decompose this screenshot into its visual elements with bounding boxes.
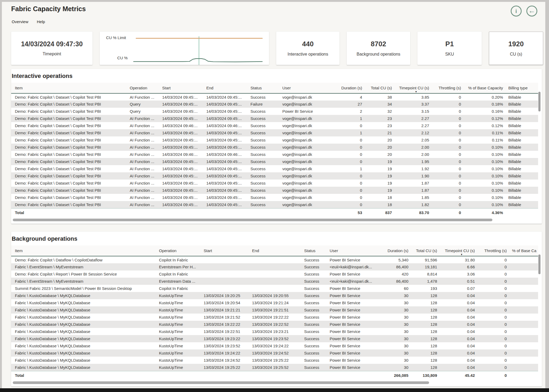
column-header-item[interactable]: Item (11, 83, 128, 93)
table-row[interactable]: Demo: Fabric Copilot \ Dataset \ Copilot… (11, 122, 538, 129)
cell-duration-s: 30 (383, 299, 412, 306)
sort-descending-icon: ▼ (415, 90, 417, 93)
table-row[interactable]: Demo: Fabric Copilot \ Dataset \ Copilot… (11, 187, 538, 194)
table-row[interactable]: Fabric \ KustoDatabase \ MyKQLDatabaseKu… (11, 328, 538, 335)
table-row[interactable]: Demo: Fabric Copilot \ Dataset \ Copilot… (11, 180, 538, 187)
cell-throttling-s: 0 (433, 93, 465, 101)
vertical-scrollbar[interactable] (538, 92, 540, 111)
cell-duration-s: 0 (337, 187, 366, 194)
table-row[interactable]: Demo: Fabric Copilot \ Dataset \ Copilot… (11, 144, 538, 151)
column-header-duration-s[interactable]: Duration (s) (337, 83, 366, 93)
table-row[interactable]: Fabric \ EventStream \ MyEventstreamEven… (11, 263, 538, 270)
table-row[interactable]: Fabric \ KustoDatabase \ MyKQLDatabaseKu… (11, 292, 538, 299)
cell-end: 13/03/2024 19:23:21 (250, 328, 303, 335)
table-row[interactable]: Demo: Fabric Copilot \ Dataset \ Copilot… (11, 158, 538, 165)
table-row[interactable]: Fabric \ KustoDatabase \ MyKQLDatabaseKu… (11, 299, 538, 306)
column-header-user[interactable]: User (328, 245, 383, 256)
table-row[interactable]: Demo: Fabric Copilot \ Report \ Power BI… (11, 270, 538, 278)
cell-start: 13/03/2024 19:21:21 (202, 306, 250, 314)
info-icon[interactable]: i (511, 6, 522, 16)
cu-utilization-chart[interactable]: CU % Limit CU % (100, 32, 269, 65)
horizontal-scrollbar[interactable] (13, 381, 429, 384)
cell-timepoint-cu-s: 2.00 (396, 144, 433, 151)
column-header-total-cu-s[interactable]: Total CU (s) (366, 83, 396, 93)
cell-status: Success (249, 172, 281, 180)
back-icon[interactable]: ← (526, 6, 537, 16)
cell-operation: AI Function ... (128, 172, 161, 180)
column-header-billing-type[interactable]: Billing type (507, 83, 538, 93)
table-row[interactable]: Demo: Fabric Copilot \ Dataset \ Copilot… (11, 108, 538, 115)
table-row[interactable]: Fabric \ KustoDatabase \ MyKQLDatabaseKu… (11, 306, 538, 314)
cell-timepoint-cu-s: 0.51 (441, 278, 479, 285)
stat-label: SKU (445, 52, 454, 57)
column-header-duration-s[interactable]: Duration (s) (383, 245, 412, 256)
vertical-scrollbar[interactable] (538, 255, 540, 274)
column-header-timepoint-cu-s[interactable]: Timepoint CU (s)▼ (441, 245, 479, 256)
cell-user: voge@inspari.dk (281, 101, 337, 108)
cell-billing-type: Billable (507, 172, 538, 180)
cell-total-cu-s: 128 (412, 364, 441, 371)
cell-end: 14/03/2024 09:45:... (205, 180, 249, 187)
table-row[interactable]: Fabric \ KustoDatabase \ MyKQLDatabaseKu… (11, 342, 538, 349)
column-header-total-cu-s[interactable]: Total CU (s) (412, 245, 441, 256)
cu-seconds-card[interactable]: 1920 CU (s) (489, 32, 543, 65)
table-row[interactable]: Fabric \ KustoDatabase \ MyKQLDatabaseKu… (11, 364, 538, 371)
column-header-timepoint-cu-s[interactable]: Timepoint CU (s)▼ (396, 83, 433, 93)
horizontal-scrollbar[interactable] (13, 219, 492, 221)
table-row[interactable]: Demo: Fabric Copilot \ Dataset \ Copilot… (11, 115, 538, 122)
cell-duration-s: 30 (383, 335, 412, 342)
stat-value: 1920 (508, 40, 524, 48)
column-header-label: Throttling (s) (484, 248, 507, 253)
table-row[interactable]: Demo: Fabric Copilot \ Dataset \ Copilot… (11, 165, 538, 172)
column-header-start[interactable]: Start (161, 83, 205, 93)
column-header-status[interactable]: Status (249, 83, 281, 93)
table-row[interactable]: Summit Fabric 2023 \ SemanticModel \ Pow… (11, 285, 538, 292)
column-header-start[interactable]: Start (202, 245, 250, 256)
cell-throttling-s: 0 (479, 263, 510, 270)
table-row[interactable]: Demo: Fabric Copilot \ Dataflow \ Copilo… (11, 256, 538, 263)
column-header-end[interactable]: End (205, 83, 249, 93)
column-header-item[interactable]: Item (11, 245, 157, 256)
tab-overview[interactable]: Overview (12, 19, 28, 24)
tab-help[interactable]: Help (37, 19, 45, 24)
cell-of-base-capacity: 0.11% (465, 136, 507, 144)
cell-of-base-capacity: 0.10% (465, 151, 507, 158)
column-header-user[interactable]: User (281, 83, 337, 93)
cell-start: 14/03/2024 09:45:... (161, 129, 205, 136)
table-row[interactable]: Demo: Fabric Copilot \ Dataset \ Copilot… (11, 129, 538, 136)
table-row[interactable]: Fabric \ KustoDatabase \ MyKQLDatabaseKu… (11, 357, 538, 364)
table-row[interactable]: Demo: Fabric Copilot \ Dataset \ Copilot… (11, 93, 538, 101)
cell-billing-type: Billable (507, 93, 538, 101)
cell-item: Fabric \ KustoDatabase \ MyKQLDatabase (11, 292, 157, 299)
sku-card[interactable]: P1 SKU (417, 32, 482, 65)
cell-item: Demo: Fabric Copilot \ Dataflow \ Copilo… (11, 256, 157, 263)
column-header-of-base-capacity[interactable]: % of Base Capacity (465, 83, 507, 93)
cell-end: 13/03/2024 19:21:51 (250, 306, 303, 314)
table-row[interactable]: Demo: Fabric Copilot \ Dataset \ Copilot… (11, 201, 538, 208)
column-header-status[interactable]: Status (303, 245, 328, 256)
cell-start: 13/03/2024 19:22:51 (202, 328, 250, 335)
table-row[interactable]: Demo: Fabric Copilot \ Dataset \ Copilot… (11, 101, 538, 108)
column-header-throttling-s[interactable]: Throttling (s) (479, 245, 510, 256)
cell-total-cu-s: 20 (366, 144, 396, 151)
timepoint-card[interactable]: 14/03/2024 09:47:30 Timepoint (11, 32, 93, 65)
table-row[interactable]: Fabric \ KustoDatabase \ MyKQLDatabaseKu… (11, 321, 538, 328)
cell-total-cu-s: 34 (366, 101, 396, 108)
table-row[interactable]: Fabric \ KustoDatabase \ MyKQLDatabaseKu… (11, 349, 538, 357)
column-header-end[interactable]: End (250, 245, 303, 256)
table-row[interactable]: Demo: Fabric Copilot \ Dataset \ Copilot… (11, 172, 538, 180)
table-row[interactable]: Demo: Fabric Copilot \ Dataset \ Copilot… (11, 151, 538, 158)
cell-end: 14/03/2024 09:45:... (205, 129, 249, 136)
column-header-operation[interactable]: Operation (157, 245, 202, 256)
column-header-of-base-ca[interactable]: % of Base Ca (510, 245, 538, 256)
table-row[interactable]: Demo: Fabric Copilot \ Dataset \ Copilot… (11, 136, 538, 144)
table-row[interactable]: Demo: Fabric Copilot \ Dataset \ Copilot… (11, 194, 538, 201)
interactive-operations-card[interactable]: 440 Interactive operations (276, 32, 340, 65)
background-operations-card[interactable]: 8702 Background operations (347, 32, 410, 65)
cell-status: Success (249, 201, 281, 208)
column-header-operation[interactable]: Operation (128, 83, 161, 93)
table-row[interactable]: Fabric \ EventStream \ MyEventstreamEven… (11, 278, 538, 285)
table-row[interactable]: Fabric \ KustoDatabase \ MyKQLDatabaseKu… (11, 314, 538, 321)
table-row[interactable]: Fabric \ KustoDatabase \ MyKQLDatabaseKu… (11, 335, 538, 342)
column-header-throttling-s[interactable]: Throttling (s) (433, 83, 465, 93)
